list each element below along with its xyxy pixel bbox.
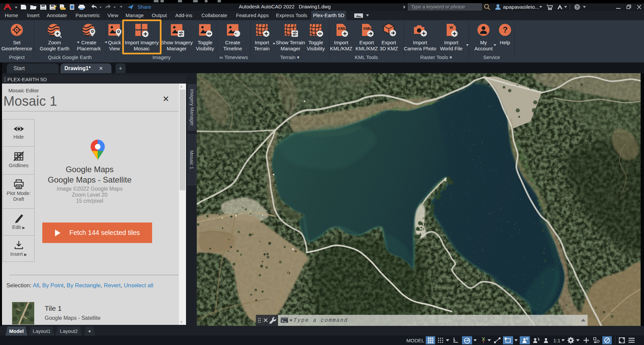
svg-text:apapavasileio...: apapavasileio...	[503, 4, 539, 10]
svg-text:Share: Share	[138, 4, 151, 10]
svg-text:?: ?	[503, 25, 508, 34]
svg-text:1:1: 1:1	[553, 338, 560, 343]
svg-text:W: W	[450, 26, 453, 30]
svg-text:?: ?	[576, 5, 579, 10]
